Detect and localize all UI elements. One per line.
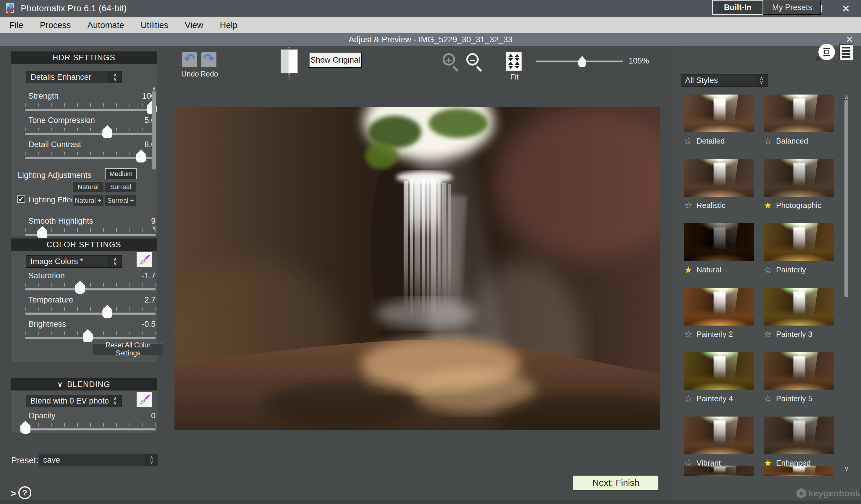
style-painterly-2[interactable]: ☆Painterly 2 [684, 288, 754, 339]
slider-track[interactable] [25, 157, 155, 159]
undo-button[interactable]: ↶ Undo [181, 52, 198, 78]
menu-item-utilities[interactable]: Utilities [141, 20, 168, 30]
zoom-slider[interactable] [536, 60, 623, 62]
list-view-button[interactable] [839, 44, 853, 60]
style-realistic[interactable]: ☆Realistic [684, 159, 754, 210]
style-thumbnail[interactable] [684, 288, 754, 325]
style-thumbnail-partial[interactable] [763, 466, 834, 476]
star-empty-icon[interactable]: ☆ [764, 330, 772, 339]
zoom-slider-thumb[interactable] [578, 56, 586, 67]
styles-scroll-down-icon[interactable]: ∨ [844, 465, 849, 472]
style-thumbnail[interactable] [764, 417, 834, 454]
expand-chevron-icon[interactable]: > [11, 488, 16, 499]
image-colors-dropdown[interactable]: Image Colors * ∧∨ [26, 255, 122, 268]
style-balanced[interactable]: ☆Balanced [764, 95, 834, 146]
lighting-surreal-plus-button[interactable]: Surreal + [105, 195, 136, 206]
slider-track[interactable] [25, 429, 155, 431]
menu-item-help[interactable]: Help [220, 20, 237, 30]
slider-thumb[interactable] [83, 329, 93, 342]
menu-item-view[interactable]: View [185, 20, 203, 30]
slider-thumb[interactable] [102, 125, 112, 138]
style-detailed[interactable]: ☆Detailed [684, 95, 754, 146]
star-empty-icon[interactable]: ☆ [764, 137, 772, 146]
checkmark-icon: ✓ [18, 196, 24, 203]
style-natural[interactable]: ★Natural [684, 223, 754, 275]
blend-with-dropdown[interactable]: Blend with 0 EV photo ∧∨ [26, 395, 122, 407]
styles-filter-dropdown[interactable]: All Styles ∧∨ [681, 74, 768, 86]
color-brush-button[interactable] [137, 252, 152, 267]
lighting-medium-button[interactable]: Medium [105, 168, 137, 179]
filmstrip-icon [822, 47, 832, 57]
style-thumbnail[interactable] [764, 95, 834, 132]
slider-thumb[interactable] [75, 281, 85, 294]
zoom-in-icon[interactable]: + [442, 53, 455, 66]
slider-track[interactable] [25, 312, 155, 314]
tab-built-in[interactable]: Built-In [712, 0, 763, 15]
slider-thumb[interactable] [102, 305, 112, 318]
style-thumbnail[interactable] [764, 288, 834, 325]
menu-item-file[interactable]: File [10, 20, 23, 30]
slider-thumb[interactable] [136, 150, 146, 163]
star-empty-icon[interactable]: ☆ [684, 330, 693, 339]
style-thumbnail[interactable] [684, 159, 754, 197]
reset-color-settings-button[interactable]: Reset All Color Settings [93, 343, 163, 355]
process-method-dropdown[interactable]: Details Enhancer ∧∨ [26, 71, 122, 83]
style-thumbnail[interactable] [684, 417, 754, 454]
style-thumbnail[interactable] [764, 223, 834, 261]
star-filled-icon[interactable]: ★ [684, 265, 693, 275]
star-empty-icon[interactable]: ☆ [684, 201, 693, 210]
style-painterly-5[interactable]: ☆Painterly 5 [764, 352, 834, 404]
next-finish-button[interactable]: Next: Finish [573, 475, 659, 490]
style-painterly-4[interactable]: ☆Painterly 4 [684, 352, 754, 404]
style-thumbnail[interactable] [764, 159, 834, 197]
zoom-out-icon[interactable]: − [466, 53, 479, 66]
filmstrip-view-button[interactable] [818, 44, 835, 60]
style-painterly[interactable]: ☆Painterly [764, 223, 834, 275]
style-enhanced[interactable]: ★Enhanced [764, 417, 834, 468]
split-preview-icon[interactable] [281, 49, 298, 73]
style-thumbnail[interactable] [764, 352, 834, 390]
help-icon[interactable]: ? [18, 486, 31, 499]
lighting-natural-plus-button[interactable]: Natural + [72, 195, 104, 206]
window-title: Photomatix Pro 6.1 (64-bit) [21, 3, 127, 13]
style-vibrant[interactable]: ☆Vibrant [684, 417, 754, 468]
style-painterly-3[interactable]: ☆Painterly 3 [764, 288, 834, 339]
preset-dropdown[interactable]: cave ∧∨ [39, 454, 158, 466]
hdr-scrollbar-thumb[interactable] [152, 91, 156, 170]
slider-track[interactable] [25, 133, 155, 135]
preview-image[interactable] [175, 107, 660, 430]
tab-my-presets[interactable]: My Presets [763, 0, 821, 15]
slider-ticks [25, 103, 155, 107]
style-thumbnail-partial[interactable] [684, 466, 754, 476]
slider-track[interactable] [25, 337, 155, 339]
lighting-effect-checkbox[interactable]: ✓ [17, 195, 25, 203]
hdr-scroll-down-icon[interactable]: ∨ [151, 224, 157, 231]
style-thumbnail[interactable] [684, 352, 754, 390]
styles-scroll-up-icon[interactable]: ∧ [844, 93, 849, 100]
menu-item-process[interactable]: Process [40, 20, 71, 30]
star-filled-icon[interactable]: ★ [764, 201, 772, 210]
menu-item-automate[interactable]: Automate [87, 20, 124, 30]
preview-close-icon[interactable]: ✕ [846, 34, 853, 45]
redo-button[interactable]: ↷ Redo [201, 52, 217, 78]
slider-track[interactable] [25, 234, 155, 236]
slider-label: Tone Compression [25, 116, 95, 125]
slider-thumb[interactable] [37, 226, 47, 239]
close-button[interactable]: ✕ [841, 3, 851, 14]
star-empty-icon[interactable]: ☆ [684, 137, 693, 146]
blend-brush-button[interactable] [137, 392, 152, 407]
style-thumbnail[interactable] [684, 223, 754, 261]
style-thumbnail[interactable] [684, 95, 754, 132]
fit-button[interactable]: Fit [506, 52, 523, 81]
star-empty-icon[interactable]: ☆ [684, 394, 693, 403]
blending-header[interactable]: ∨ BLENDING [11, 378, 157, 391]
star-empty-icon[interactable]: ☆ [764, 265, 772, 275]
lighting-surreal-button[interactable]: Surreal [105, 181, 136, 192]
lighting-natural-button[interactable]: Natural [72, 181, 104, 192]
show-original-button[interactable]: Show Original [309, 52, 361, 68]
slider-track[interactable] [25, 109, 155, 111]
style-photographic[interactable]: ★Photographic [764, 159, 834, 210]
star-empty-icon[interactable]: ☆ [764, 394, 772, 403]
slider-track[interactable] [25, 288, 155, 290]
styles-scrollbar-thumb[interactable] [845, 100, 848, 297]
